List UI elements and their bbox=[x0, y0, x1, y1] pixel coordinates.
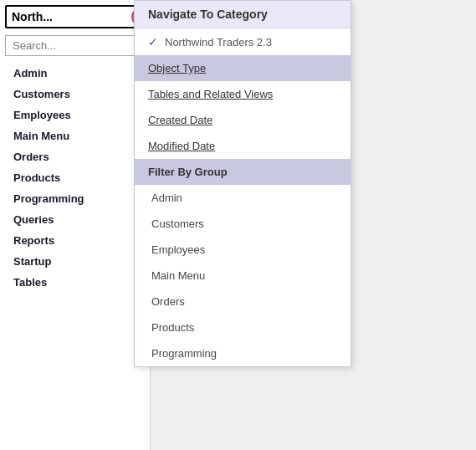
dropdown-item[interactable]: Admin bbox=[135, 185, 351, 211]
dropdown-item-label: Programming bbox=[151, 347, 217, 360]
nav-item[interactable]: Employees bbox=[0, 105, 150, 125]
dropdown-item-label: Modified Date bbox=[148, 140, 215, 152]
left-panel: North... AdminCustomersEmployeesMain Men… bbox=[0, 0, 151, 450]
dropdown-item-label: Main Menu bbox=[151, 269, 205, 282]
dropdown-item[interactable]: Modified Date bbox=[135, 133, 351, 159]
dropdown-item[interactable]: Orders bbox=[135, 289, 351, 314]
nav-item[interactable]: Startup bbox=[0, 251, 150, 272]
dropdown-item-label: Filter By Group bbox=[148, 166, 228, 178]
nav-header-text: North... bbox=[12, 10, 138, 23]
nav-item[interactable]: Tables bbox=[0, 272, 150, 293]
search-input[interactable] bbox=[5, 35, 145, 56]
dropdown-item[interactable]: Object Type bbox=[135, 55, 351, 81]
dropdown-panel: Navigate To Category✓Northwind Traders 2… bbox=[134, 0, 351, 367]
dropdown-item[interactable]: Products bbox=[135, 314, 351, 340]
dropdown-item-label: Admin bbox=[151, 192, 182, 204]
nav-header: North... bbox=[5, 5, 145, 28]
dropdown-item[interactable]: Created Date bbox=[135, 107, 351, 133]
dropdown-item[interactable]: Employees bbox=[135, 237, 351, 263]
dropdown-item[interactable]: Customers bbox=[135, 211, 351, 237]
dropdown-item-label: Northwind Traders 2.3 bbox=[165, 36, 272, 49]
dropdown-item[interactable]: Main Menu bbox=[135, 263, 351, 289]
dropdown-item: Filter By Group bbox=[135, 159, 351, 185]
dropdown-item-label: Customers bbox=[151, 217, 204, 230]
dropdown-item[interactable]: Tables and Related Views bbox=[135, 81, 351, 107]
dropdown-item-label: Products bbox=[151, 321, 194, 334]
nav-item[interactable]: Reports bbox=[0, 230, 150, 251]
nav-item[interactable]: Programming bbox=[0, 188, 150, 209]
main-container: North... AdminCustomersEmployeesMain Men… bbox=[0, 0, 476, 450]
nav-item[interactable]: Queries bbox=[0, 209, 150, 230]
nav-item[interactable]: Main Menu bbox=[0, 125, 150, 146]
nav-item[interactable]: Admin bbox=[0, 63, 150, 84]
nav-item[interactable]: Customers bbox=[0, 84, 150, 105]
checkmark-icon: ✓ bbox=[148, 35, 158, 49]
dropdown-item[interactable]: Navigate To Category bbox=[135, 1, 351, 28]
dropdown-item-label: Employees bbox=[151, 243, 205, 256]
dropdown-item-label: Created Date bbox=[148, 114, 212, 126]
nav-list: AdminCustomersEmployeesMain MenuOrdersPr… bbox=[0, 59, 150, 450]
dropdown-item-label: Object Type bbox=[148, 62, 206, 74]
nav-item[interactable]: Orders bbox=[0, 146, 150, 167]
nav-item[interactable]: Products bbox=[0, 167, 150, 188]
dropdown-item[interactable]: Programming bbox=[135, 340, 351, 366]
dropdown-item-label: Tables and Related Views bbox=[148, 88, 273, 100]
dropdown-item-label: Navigate To Category bbox=[148, 8, 268, 21]
dropdown-item[interactable]: ✓Northwind Traders 2.3 bbox=[135, 28, 351, 55]
dropdown-item-label: Orders bbox=[151, 295, 185, 308]
